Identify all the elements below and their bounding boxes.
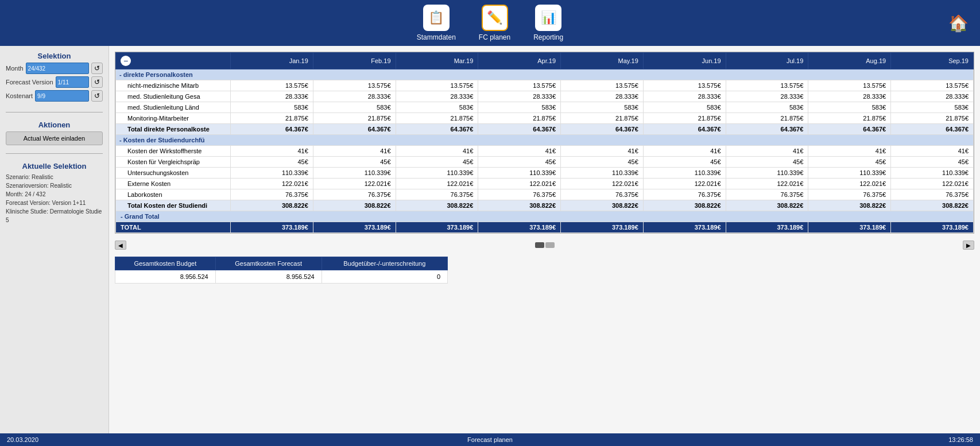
table-row: med. Studienleitung Länd583€583€583€583€… (116, 102, 974, 113)
scroll-indicator (535, 242, 555, 248)
top-navigation: 📋 Stammdaten ✏️ FC planen 📊 Reporting 🏠 (0, 0, 980, 46)
cell-s0-r2-c6: 583€ (726, 102, 808, 113)
cell-s0-r0-c6: 13.575€ (726, 80, 808, 91)
col-jun: Jun.19 (643, 53, 726, 69)
kostenart-refresh-button[interactable]: ↺ (91, 90, 103, 102)
cell-s1-r1-c0: 45€ (231, 157, 313, 168)
cell-s1-r3-c8: 122.021€ (891, 179, 974, 189)
cell-s0-r1-c2: 28.333€ (396, 91, 478, 102)
month-input[interactable] (26, 63, 89, 74)
cell-s0-r1-c0: 28.333€ (231, 91, 313, 102)
cell-s1-r0-c6: 41€ (726, 146, 808, 157)
cell-s1-r3-c2: 122.021€ (396, 179, 478, 189)
cell-s0-r0-c7: 13.575€ (808, 80, 891, 91)
reporting-icon: 📊 (535, 5, 561, 31)
cell-s0-r0-c0: 13.575€ (231, 80, 313, 91)
forecast-input[interactable] (56, 76, 89, 88)
kostenart-input[interactable] (35, 90, 89, 102)
cell-s1-r2-c7: 110.339€ (808, 168, 891, 179)
aktuelle-selektion-section: Aktuelle Selektion Szenario: Realistic S… (6, 162, 103, 224)
scroll-right-button[interactable]: ▶ (963, 241, 974, 250)
total-cell-s0-c1: 64.367€ (313, 124, 396, 135)
cell-s1-r0-c7: 41€ (808, 146, 891, 157)
summary-col1-header: Gesamtkosten Budget (115, 257, 216, 270)
nav-reporting-label: Reporting (533, 33, 563, 41)
cell-s1-r4-c8: 76.375€ (891, 189, 974, 200)
cell-s1-r0-c5: 41€ (643, 146, 726, 157)
grand-total-row: TOTAL373.189€373.189€373.189€373.189€373… (116, 222, 974, 233)
cell-s1-r4-c1: 76.375€ (313, 189, 396, 200)
cell-s0-r0-c2: 13.575€ (396, 80, 478, 91)
total-cell-s1-c7: 308.822€ (808, 200, 891, 211)
szenarioversion-info: Szenarioversion: Realistic (6, 181, 103, 190)
cell-s1-r4-c4: 76.375€ (561, 189, 644, 200)
grand-total-cell-2: 373.189€ (396, 222, 478, 233)
cell-s1-r1-c6: 45€ (726, 157, 808, 168)
divider-1 (6, 112, 103, 113)
aktuelle-heading: Aktuelle Selektion (6, 162, 103, 170)
cell-s0-r2-c4: 583€ (561, 102, 644, 113)
summary-col2-header: Gesamtkosten Forecast (215, 257, 321, 270)
forecast-info: Forecast Version: Version 1+11 (6, 199, 103, 207)
status-time: 13:26:58 (948, 436, 973, 443)
col-feb: Feb.19 (313, 53, 396, 69)
cell-s0-r0-c1: 13.575€ (313, 80, 396, 91)
collapse-all-button[interactable]: − (121, 56, 131, 66)
table-row: Externe Kosten122.021€122.021€122.021€12… (116, 179, 974, 189)
col-header-row-label: − (116, 53, 231, 69)
total-cell-s0-c2: 64.367€ (396, 124, 478, 135)
cell-s1-r3-c3: 122.021€ (478, 179, 561, 189)
table-row: Kosten der Wirkstoffherste41€41€41€41€41… (116, 146, 974, 157)
total-cell-s0-c0: 64.367€ (231, 124, 313, 135)
summary-table: Gesamtkosten Budget Gesamtkosten Forecas… (115, 257, 448, 284)
cell-s1-r3-c6: 122.021€ (726, 179, 808, 189)
divider-2 (6, 153, 103, 154)
actual-werte-button[interactable]: Actual Werte einladen (6, 131, 103, 145)
cell-s1-r4-c5: 76.375€ (643, 189, 726, 200)
nav-stammdaten[interactable]: 📋 Stammdaten (417, 5, 456, 41)
summary-row: 8.956.524 8.956.524 0 (115, 270, 448, 284)
summary-col1-value: 8.956.524 (115, 270, 216, 284)
total-cell-s1-c6: 308.822€ (726, 200, 808, 211)
scroll-navigation: ◀ ▶ (115, 239, 974, 251)
status-bar: 20.03.2020 13:26:58 Forecast planen (0, 433, 980, 446)
cell-s0-r3-c3: 21.875€ (478, 113, 561, 124)
nav-fc-planen[interactable]: ✏️ FC planen (479, 5, 510, 41)
section-header-1: - Kosten der Studiendurchfü (116, 135, 974, 146)
cell-s1-r1-c4: 45€ (561, 157, 644, 168)
cell-s1-r2-c5: 110.339€ (643, 168, 726, 179)
month-refresh-button[interactable]: ↺ (91, 63, 103, 74)
cell-s1-r2-c2: 110.339€ (396, 168, 478, 179)
total-cell-s0-c6: 64.367€ (726, 124, 808, 135)
cell-s1-r4-c7: 76.375€ (808, 189, 891, 200)
cell-s0-r1-c5: 28.333€ (643, 91, 726, 102)
scroll-left-button[interactable]: ◀ (115, 241, 126, 250)
col-mar: Mar.19 (396, 53, 478, 69)
cell-s1-r0-c2: 41€ (396, 146, 478, 157)
total-cell-s0-c5: 64.367€ (643, 124, 726, 135)
forecast-row: Forecast Version ↺ (6, 76, 103, 88)
nav-reporting[interactable]: 📊 Reporting (533, 5, 563, 41)
forecast-label: Forecast Version (6, 79, 53, 86)
cell-s1-r1-c7: 45€ (808, 157, 891, 168)
forecast-refresh-button[interactable]: ↺ (91, 76, 103, 88)
kostenart-label: Kostenart (6, 92, 33, 99)
data-table-wrapper: − Jan.19 Feb.19 Mar.19 Apr.19 May.19 Jun… (115, 52, 974, 234)
total-cell-s0-c8: 64.367€ (891, 124, 974, 135)
grand-total-cell-4: 373.189€ (561, 222, 644, 233)
cell-s1-r1-c5: 45€ (643, 157, 726, 168)
cell-s1-r3-c4: 122.021€ (561, 179, 644, 189)
col-jan: Jan.19 (231, 53, 313, 69)
aktionen-section: Aktionen Actual Werte einladen (6, 121, 103, 145)
table-row: Kosten für Vergleichspräp45€45€45€45€45€… (116, 157, 974, 168)
cell-s0-r2-c0: 583€ (231, 102, 313, 113)
cell-s1-r2-c4: 110.339€ (561, 168, 644, 179)
home-button[interactable]: 🏠 (948, 14, 969, 33)
data-table: − Jan.19 Feb.19 Mar.19 Apr.19 May.19 Jun… (115, 52, 974, 233)
cell-s0-r3-c0: 21.875€ (231, 113, 313, 124)
cell-s0-r3-c8: 21.875€ (891, 113, 974, 124)
cell-s0-r1-c8: 28.333€ (891, 91, 974, 102)
cell-s1-r2-c3: 110.339€ (478, 168, 561, 179)
cell-s0-r3-c5: 21.875€ (643, 113, 726, 124)
nav-stammdaten-label: Stammdaten (417, 33, 456, 41)
